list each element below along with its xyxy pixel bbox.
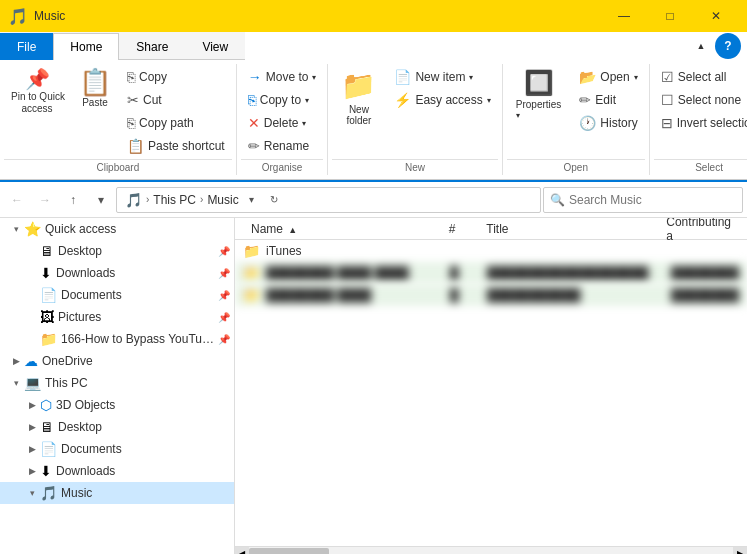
search-input[interactable] <box>569 193 736 207</box>
onedrive-label: OneDrive <box>42 354 93 368</box>
blurred-icon-2: 📁 <box>243 287 260 303</box>
h-scroll-thumb[interactable] <box>249 548 329 555</box>
invert-icon: ⊟ <box>661 115 673 131</box>
paste-shortcut-label: Paste shortcut <box>148 139 225 153</box>
open-icon: 📂 <box>579 69 596 85</box>
pin-pictures-icon: 📌 <box>214 312 230 323</box>
quick-access-icon: ⭐ <box>24 221 41 237</box>
new-folder-button[interactable]: 📁 Newfolder <box>332 66 385 129</box>
col-header-name[interactable]: Name ▲ <box>243 222 441 236</box>
help-button[interactable]: ? <box>715 33 741 59</box>
new-label: New <box>332 159 497 173</box>
copy-button[interactable]: ⎘ Copy <box>120 66 232 88</box>
blurred-name-2: ████████ ████ <box>266 288 450 302</box>
sidebar-item-documents[interactable]: 📄 Documents 📌 <box>0 284 234 306</box>
select-content: ☑ Select all ☐ Select none ⊟ Invert sele… <box>654 66 747 157</box>
open-button[interactable]: 📂 Open ▾ <box>572 66 644 88</box>
documents2-icon: 📄 <box>40 441 57 457</box>
clipboard-group: 📌 Pin to Quickaccess 📋 Paste ⎘ Copy ✂ <box>0 64 237 175</box>
properties-arrow: ▾ <box>516 111 520 120</box>
move-to-button[interactable]: → Move to ▾ <box>241 66 324 88</box>
sidebar-item-downloads[interactable]: ⬇ Downloads 📌 <box>0 262 234 284</box>
file-item-itunes[interactable]: 📁 iTunes <box>235 240 747 262</box>
select-none-icon: ☐ <box>661 92 674 108</box>
pin-downloads-icon: 📌 <box>214 268 230 279</box>
tab-view[interactable]: View <box>185 33 245 60</box>
new-col: 📄 New item ▾ ⚡ Easy access ▾ <box>387 66 497 111</box>
properties-button[interactable]: 🔲 Properties ▾ <box>507 66 571 123</box>
address-dropdown[interactable]: ▾ <box>243 191 261 209</box>
organise-group: → Move to ▾ ⎘ Copy to ▾ ✕ Delete ▾ <box>237 64 329 175</box>
copy-to-label: Copy to <box>260 93 301 107</box>
back-button[interactable]: ← <box>4 187 30 213</box>
new-content: 📁 Newfolder 📄 New item ▾ ⚡ Easy access ▾ <box>332 66 497 157</box>
title-bar-title: Music <box>34 9 65 23</box>
new-item-button[interactable]: 📄 New item ▾ <box>387 66 497 88</box>
close-button[interactable]: ✕ <box>693 0 739 32</box>
pin-file166-icon: 📌 <box>214 334 230 345</box>
sidebar-item-documents2[interactable]: ▶ 📄 Documents <box>0 438 234 460</box>
tab-file[interactable]: File <box>0 33 53 60</box>
sidebar-item-pictures[interactable]: 🖼 Pictures 📌 <box>0 306 234 328</box>
delete-button[interactable]: ✕ Delete ▾ <box>241 112 324 134</box>
minimize-button[interactable]: — <box>601 0 647 32</box>
paste-button[interactable]: 📋 Paste <box>72 66 118 111</box>
select-group: ☑ Select all ☐ Select none ⊟ Invert sele… <box>650 64 747 175</box>
sidebar-item-onedrive[interactable]: ▶ ☁ OneDrive <box>0 350 234 372</box>
ribbon-collapse-up[interactable]: ▲ <box>691 38 711 54</box>
maximize-button[interactable]: □ <box>647 0 693 32</box>
open-group: 🔲 Properties ▾ 📂 Open ▾ ✏ Edit <box>503 64 650 175</box>
sidebar-item-thispc[interactable]: ▾ 💻 This PC <box>0 372 234 394</box>
rename-icon: ✏ <box>248 138 260 154</box>
file-list: 📁 iTunes 📁 ████████ ████ ████ █ ████████… <box>235 240 747 546</box>
sort-arrow: ▲ <box>288 225 297 235</box>
sidebar-item-downloads2[interactable]: ▶ ⬇ Downloads <box>0 460 234 482</box>
cut-button[interactable]: ✂ Cut <box>120 89 232 111</box>
h-scroll-left[interactable]: ◀ <box>235 547 249 555</box>
documents-icon: 📄 <box>40 287 57 303</box>
recent-button[interactable]: ▾ <box>88 187 114 213</box>
sidebar-item-music[interactable]: ▾ 🎵 Music <box>0 482 234 504</box>
copy-path-button[interactable]: ⎘ Copy path <box>120 112 232 134</box>
forward-button[interactable]: → <box>32 187 58 213</box>
edit-button[interactable]: ✏ Edit <box>572 89 644 111</box>
up-button[interactable]: ↑ <box>60 187 86 213</box>
clipboard-group-content: 📌 Pin to Quickaccess 📋 Paste ⎘ Copy ✂ <box>4 66 232 157</box>
search-box[interactable]: 🔍 <box>543 187 743 213</box>
this-pc-part: This PC <box>153 193 196 207</box>
invert-selection-button[interactable]: ⊟ Invert selection <box>654 112 747 134</box>
main-layout: ▾ ⭐ Quick access 🖥 Desktop 📌 ⬇ Downloads… <box>0 218 747 554</box>
horizontal-scrollbar[interactable]: ◀ ▶ <box>235 546 747 554</box>
refresh-button[interactable]: ↻ <box>265 191 283 209</box>
sidebar-item-desktop[interactable]: 🖥 Desktop 📌 <box>0 240 234 262</box>
address-bar[interactable]: 🎵 › This PC › Music ▾ ↻ <box>116 187 541 213</box>
copy-to-button[interactable]: ⎘ Copy to ▾ <box>241 89 324 111</box>
sep1: › <box>146 194 149 205</box>
col-header-title[interactable]: Title <box>478 222 658 236</box>
h-scroll-right[interactable]: ▶ <box>733 547 747 555</box>
select-all-button[interactable]: ☑ Select all <box>654 66 747 88</box>
expand-onedrive: ▶ <box>8 356 24 366</box>
sidebar-item-3dobjects[interactable]: ▶ ⬡ 3D Objects <box>0 394 234 416</box>
move-to-label: Move to <box>266 70 309 84</box>
3dobjects-icon: ⬡ <box>40 397 52 413</box>
paste-shortcut-button[interactable]: 📋 Paste shortcut <box>120 135 232 157</box>
tab-home[interactable]: Home <box>53 33 119 60</box>
sidebar-item-quick-access[interactable]: ▾ ⭐ Quick access <box>0 218 234 240</box>
pin-quick-access-button[interactable]: 📌 Pin to Quickaccess <box>4 66 70 118</box>
col-header-contrib[interactable]: Contributing a <box>658 218 739 243</box>
select-none-button[interactable]: ☐ Select none <box>654 89 747 111</box>
rename-button[interactable]: ✏ Rename <box>241 135 324 157</box>
sidebar-item-file166[interactable]: 📁 166-How to Bypass YouTube C 📌 <box>0 328 234 350</box>
easy-access-button[interactable]: ⚡ Easy access ▾ <box>387 89 497 111</box>
tab-share[interactable]: Share <box>119 33 185 60</box>
select-none-label: Select none <box>678 93 741 107</box>
downloads-icon: ⬇ <box>40 265 52 281</box>
pictures-label: Pictures <box>58 310 101 324</box>
col-header-hash[interactable]: # <box>441 222 478 236</box>
sidebar-item-desktop2[interactable]: ▶ 🖥 Desktop <box>0 416 234 438</box>
pin-documents-icon: 📌 <box>214 290 230 301</box>
copy-cut-col: ⎘ Copy ✂ Cut ⎘ Copy path 📋 Paste shortcu… <box>120 66 232 157</box>
music-label: Music <box>61 486 92 500</box>
history-button[interactable]: 🕐 History <box>572 112 644 134</box>
